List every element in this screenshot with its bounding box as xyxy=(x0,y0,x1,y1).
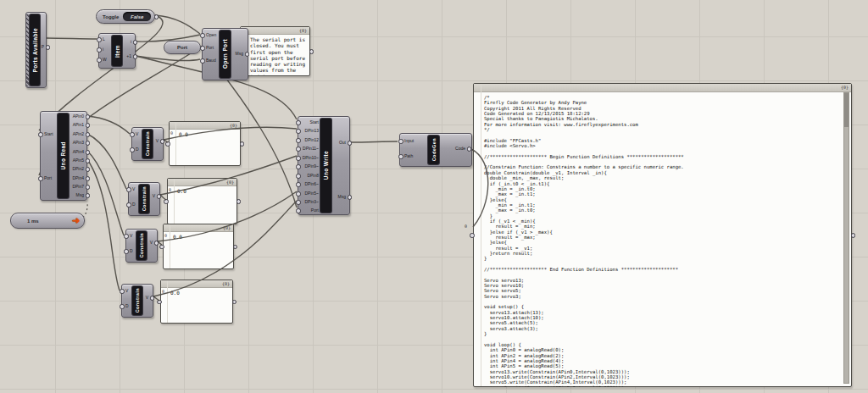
open-port-label: Open Port xyxy=(222,39,228,69)
port-in-i[interactable]: i xyxy=(103,46,109,53)
port-in-dpin6[interactable]: DPin6~ xyxy=(302,180,319,188)
component-label-bar: Uno Write xyxy=(320,119,331,213)
port-in-w[interactable]: W xyxy=(103,56,109,64)
panel-header[interactable]: {0} xyxy=(241,27,309,35)
constrain-component-4[interactable]: Constrain V D V xyxy=(121,284,153,318)
port-value-capsule[interactable]: Port xyxy=(164,41,201,54)
panel-scrollbar[interactable] xyxy=(843,92,849,384)
port-in-d[interactable]: D xyxy=(130,247,135,255)
port-in-dpin10[interactable]: DPin10~ xyxy=(302,154,319,162)
port-in-v[interactable]: V xyxy=(136,130,141,138)
port-in-v[interactable]: V xyxy=(130,232,135,240)
port-out-v[interactable]: V xyxy=(143,294,148,302)
component-label-bar: Constrain xyxy=(139,185,149,213)
port-out-dpin7[interactable]: DPin7 xyxy=(70,183,84,191)
uno-read-component[interactable]: Uno Read Start Port APin0 APin1 APin2 AP… xyxy=(40,111,87,201)
scrollbar-thumb[interactable] xyxy=(844,93,849,127)
constrain-component-2[interactable]: Constrain V D V xyxy=(128,182,160,216)
port-out-msg[interactable]: Msg xyxy=(70,191,84,199)
open-port-component[interactable]: Open Port Open Port Baud Msg xyxy=(202,28,248,80)
port-out-code[interactable]: Code xyxy=(442,145,465,152)
port-in-dpin9[interactable]: DPin9~ xyxy=(302,163,319,170)
boolean-toggle[interactable]: Toggle False xyxy=(96,9,155,24)
port-out-plus1[interactable]: +1 xyxy=(125,53,131,60)
generated-code-text: /* Firefly Code Generator by Andy Payne … xyxy=(474,92,851,387)
port-out-p[interactable]: P xyxy=(40,43,44,51)
port-out-msg[interactable]: Msg xyxy=(334,193,346,201)
component-label-bar: CodeGen xyxy=(428,136,439,164)
port-in-l[interactable]: L xyxy=(103,36,109,43)
port-in-v[interactable]: V xyxy=(132,185,137,193)
panel-badge: {0} xyxy=(299,28,307,33)
port-out-msg[interactable]: Msg xyxy=(233,50,243,58)
item-component[interactable]: Item L i W i +1 xyxy=(98,33,136,69)
toggle-value-switch[interactable]: False xyxy=(123,12,151,21)
port-out-v[interactable]: V xyxy=(150,192,155,200)
port-out-v[interactable]: V xyxy=(147,239,153,246)
port-in-open[interactable]: Open xyxy=(206,31,219,39)
port-in-dpin8[interactable]: DPin8 xyxy=(302,172,319,180)
port-in-port[interactable]: Port xyxy=(44,174,57,182)
serial-message-panel[interactable]: {0} The serial port is closed. You must … xyxy=(240,26,310,76)
constrain-component-1[interactable]: Constrain V D V xyxy=(131,127,164,161)
panel-header[interactable]: {0} xyxy=(170,122,240,130)
port-in-start[interactable]: Start xyxy=(302,119,319,126)
uno-write-label: Uno Write xyxy=(323,151,329,180)
port-out-apin0[interactable]: APin0 xyxy=(70,113,84,120)
port-in-dpin12[interactable]: DPin12 xyxy=(302,136,319,144)
generated-code-panel[interactable]: {0} /* Firefly Code Generator by Andy Pa… xyxy=(473,83,852,387)
constrain-label: Constrain xyxy=(139,233,144,257)
code-panel-branch-index: 0 xyxy=(465,224,467,229)
port-in-dpin3[interactable]: DPin3~ xyxy=(302,198,319,206)
port-out-v[interactable]: V xyxy=(153,137,159,145)
toggle-label: Toggle xyxy=(103,14,119,19)
panel-header[interactable]: {0} xyxy=(474,84,851,92)
port-out-apin3[interactable]: APin3 xyxy=(70,139,84,147)
port-in-start[interactable]: Start xyxy=(44,130,57,138)
port-in-port[interactable]: Port xyxy=(302,207,319,214)
constrain-label: Constrain xyxy=(145,131,150,156)
port-in-path[interactable]: Path xyxy=(404,152,425,160)
port-in-d[interactable]: D xyxy=(132,201,137,208)
port-out-apin2[interactable]: APin2 xyxy=(70,130,84,138)
ports-available-component[interactable]: Ports Available P xyxy=(25,12,47,88)
component-label-bar: Item xyxy=(112,36,122,66)
constrain-component-3[interactable]: Constrain V D V xyxy=(125,229,158,263)
ports-available-label: Ports Available xyxy=(32,28,38,72)
codegen-component[interactable]: CodeGen Input Path Code xyxy=(399,133,472,167)
panel-gutter-line xyxy=(167,280,168,323)
grasshopper-canvas[interactable]: Ports Available P Toggle False Item L i … xyxy=(0,0,868,393)
port-out-out[interactable]: Out xyxy=(334,139,346,147)
port-in-port[interactable]: Port xyxy=(206,44,219,52)
port-out-dpin2[interactable]: DPin2 xyxy=(70,165,84,173)
panel-badge: {0} xyxy=(222,281,230,286)
timer-play-icon[interactable]: ➜ xyxy=(72,216,80,225)
value-panel-4[interactable]: {0} 0.0 0 xyxy=(160,280,233,324)
port-in-d[interactable]: D xyxy=(136,146,141,153)
port-out-dpin4[interactable]: DPin4 xyxy=(70,174,84,182)
value-panel-2[interactable]: {0} 0.0 0 xyxy=(167,178,237,224)
uno-write-component[interactable]: Uno Write Start DPin13 DPin12 DPin11~ DP… xyxy=(298,116,350,215)
port-in-dpin11[interactable]: DPin11~ xyxy=(302,145,319,152)
port-in-dpin5[interactable]: DPin5~ xyxy=(302,190,319,197)
value-panel-1[interactable]: {0} 0.0 0 xyxy=(169,121,241,166)
port-in-input[interactable]: Input xyxy=(404,137,425,145)
panel-badge: {0} xyxy=(841,85,849,90)
port-out-apin4[interactable]: APin4 xyxy=(70,148,84,156)
port-in-dpin13[interactable]: DPin13 xyxy=(302,127,319,135)
port-in-baud[interactable]: Baud xyxy=(206,57,219,64)
toggle-value: False xyxy=(131,14,143,19)
panel-gutter-line xyxy=(170,224,170,268)
value-panel-3[interactable]: {0} 0.0 0 xyxy=(163,224,234,269)
panel-badge: {0} xyxy=(223,225,231,230)
port-out-apin5[interactable]: APin5 xyxy=(70,157,84,164)
port-in-v[interactable]: V xyxy=(125,287,131,295)
component-label-bar: Constrain xyxy=(136,231,147,260)
panel-header[interactable]: {0} xyxy=(168,179,236,186)
panel-header[interactable]: {0} xyxy=(161,280,232,288)
panel-header[interactable]: {0} xyxy=(164,224,233,232)
port-in-d[interactable]: D xyxy=(125,302,131,310)
port-out-apin1[interactable]: APin1 xyxy=(70,121,84,129)
timer-component[interactable]: 1 ms ➜ xyxy=(10,213,85,229)
port-out-i[interactable]: i xyxy=(125,38,131,46)
